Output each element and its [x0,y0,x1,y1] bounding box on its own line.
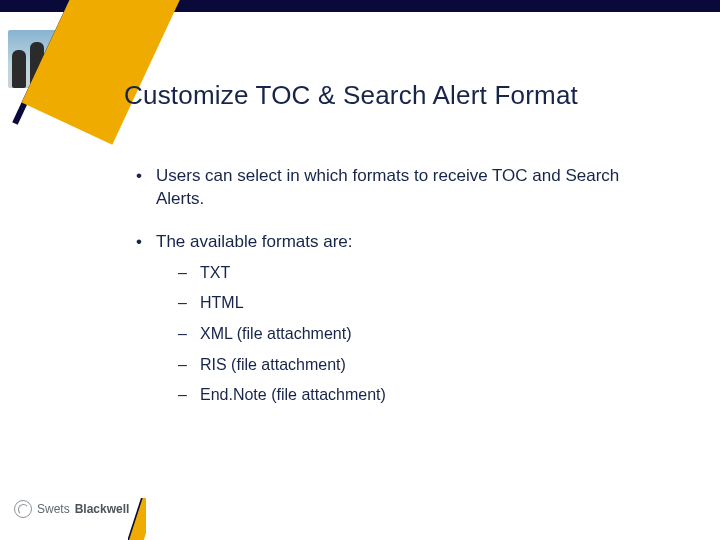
slide-body: Users can select in which formats to rec… [128,165,668,426]
bullet-text: Users can select in which formats to rec… [156,166,619,208]
bullet-item: The available formats are: TXT HTML XML … [128,231,668,406]
footer-accent [128,498,146,540]
sub-bullet-item: TXT [174,262,668,284]
sub-bullet-item: End.Note (file attachment) [174,384,668,406]
logo-text-primary: Swets [37,502,70,516]
sub-bullet-item: HTML [174,292,668,314]
bullet-text: The available formats are: [156,232,353,251]
logo-icon [14,500,32,518]
logo-text-secondary: Blackwell [75,502,130,516]
corner-graphic [0,12,140,112]
bullet-item: Users can select in which formats to rec… [128,165,668,211]
sub-bullet-item: RIS (file attachment) [174,354,668,376]
slide-title: Customize TOC & Search Alert Format [124,80,578,111]
logo: Swets Blackwell [14,500,129,518]
sub-bullet-item: XML (file attachment) [174,323,668,345]
